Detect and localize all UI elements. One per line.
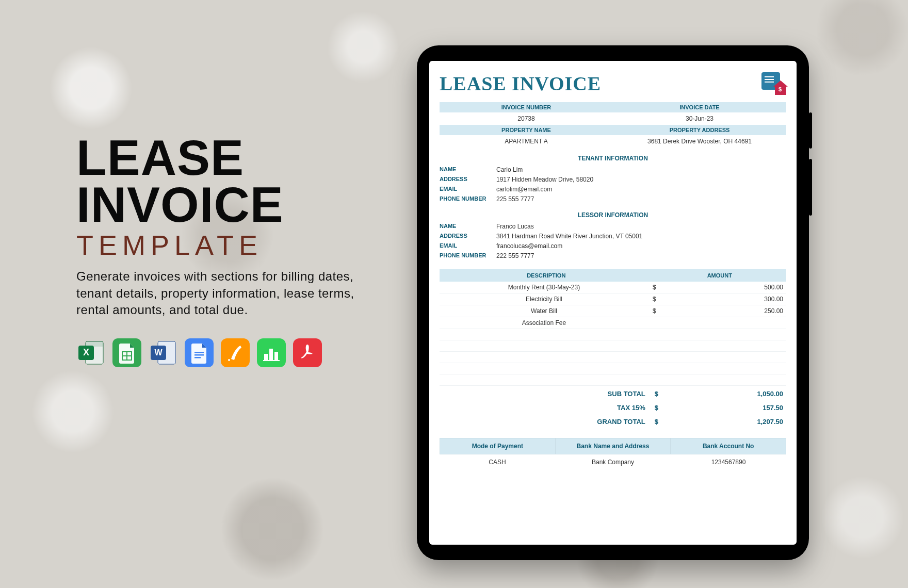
table-row	[440, 363, 786, 374]
item-amount: 300.00	[656, 296, 783, 303]
table-row: Electricity Bill$300.00	[440, 293, 786, 305]
table-row	[440, 340, 786, 352]
currency-symbol: $	[653, 307, 656, 315]
lessor-email: francolucas@email.com	[496, 242, 786, 250]
svg-rect-15	[264, 354, 268, 360]
lessor-address: 3841 Hardman Road White River Junction, …	[496, 233, 786, 240]
table-row	[440, 352, 786, 363]
tenant-phone-label: PHONE NUMBER	[440, 195, 496, 203]
apple-pages-icon	[221, 338, 250, 367]
property-address: 3681 Derek Drive Wooster, OH 44691	[613, 135, 786, 148]
property-name: APARTMENT A	[440, 135, 613, 148]
bank-account-label: Bank Account No	[671, 438, 786, 454]
item-amount: 250.00	[656, 307, 783, 315]
invoice-number-label: INVOICE NUMBER	[440, 102, 613, 112]
svg-rect-16	[269, 349, 273, 360]
item-desc: Electricity Bill	[440, 293, 648, 305]
totals-block: SUB TOTAL$1,050.00 TAX 15%$157.50 GRAND …	[440, 387, 786, 429]
grand-total-label: GRAND TOTAL	[440, 418, 651, 426]
hero-subtitle: TEMPLATE	[76, 229, 386, 261]
table-row	[440, 329, 786, 340]
invoice-doc-icon	[759, 72, 786, 95]
format-icon-row: X W	[76, 338, 386, 367]
description-header: DESCRIPTION	[440, 269, 653, 282]
table-row: Association Fee	[440, 317, 786, 329]
item-amount: 500.00	[656, 284, 783, 291]
invoice-date-label: INVOICE DATE	[613, 102, 786, 112]
tenant-phone: 225 555 7777	[496, 195, 786, 203]
apple-numbers-icon	[257, 338, 286, 367]
svg-text:X: X	[83, 347, 89, 357]
tablet-device: LEASE INVOICE INVOICE NUMBER 20738 INVOI…	[417, 45, 809, 560]
currency-symbol: $	[653, 284, 656, 291]
tenant-email: carlolim@email.com	[496, 186, 786, 193]
invoice-number: 20738	[440, 112, 613, 125]
lessor-name: Franco Lucas	[496, 223, 786, 230]
tenant-address: 1917 Hidden Meadow Drive, 58020	[496, 176, 786, 183]
payment-row: CASH Bank Company 1234567890	[440, 454, 786, 470]
property-address-label: PROPERTY ADDRESS	[613, 125, 786, 135]
item-desc: Association Fee	[440, 317, 648, 329]
table-row: Monthly Rent (30-May-23)$500.00	[440, 282, 786, 293]
hero-title-line1: LEASE	[76, 134, 386, 181]
svg-rect-11	[194, 352, 204, 353]
bank-account: 1234567890	[671, 454, 786, 470]
svg-rect-12	[194, 354, 204, 356]
tenant-section-title: TENANT INFORMATION	[440, 155, 786, 162]
document-title: LEASE INVOICE	[440, 72, 601, 95]
svg-rect-17	[274, 352, 278, 360]
tenant-name-label: NAME	[440, 166, 496, 173]
item-desc: Monthly Rent (30-May-23)	[440, 282, 648, 293]
svg-rect-13	[194, 357, 201, 358]
property-name-label: PROPERTY NAME	[440, 125, 613, 135]
lessor-name-label: NAME	[440, 223, 496, 230]
bank-name: Bank Company	[555, 454, 671, 470]
svg-text:W: W	[154, 348, 163, 357]
tenant-address-label: ADDRESS	[440, 176, 496, 183]
amount-header: AMOUNT	[653, 269, 786, 282]
hero-panel: LEASE INVOICE TEMPLATE Generate invoices…	[76, 134, 386, 367]
currency-symbol: $	[655, 390, 658, 398]
currency-symbol: $	[655, 418, 658, 426]
subtotal-label: SUB TOTAL	[440, 390, 651, 398]
svg-point-14	[228, 359, 230, 361]
tax-label: TAX 15%	[440, 404, 651, 412]
grand-total-value: 1,207.50	[658, 418, 783, 426]
mode-of-payment-label: Mode of Payment	[440, 438, 556, 454]
lessor-email-label: EMAIL	[440, 242, 496, 250]
tax-value: 157.50	[658, 404, 783, 412]
lessor-address-label: ADDRESS	[440, 233, 496, 240]
subtotal-value: 1,050.00	[658, 390, 783, 398]
word-icon: W	[149, 338, 177, 367]
currency-symbol: $	[653, 296, 656, 303]
tenant-name: Carlo Lim	[496, 166, 786, 173]
google-sheets-icon	[112, 338, 141, 367]
svg-rect-18	[263, 360, 280, 361]
bank-name-label: Bank Name and Address	[556, 438, 671, 454]
pdf-icon	[293, 338, 322, 367]
item-desc: Water Bill	[440, 305, 648, 317]
hero-description: Generate invoices with sections for bill…	[76, 268, 365, 318]
table-row	[440, 374, 786, 386]
table-row: Water Bill$250.00	[440, 305, 786, 317]
lessor-phone: 222 555 7777	[496, 252, 786, 259]
payment-header: Mode of Payment Bank Name and Address Ba…	[440, 438, 786, 454]
excel-icon: X	[76, 338, 105, 367]
line-items-header: DESCRIPTION AMOUNT	[440, 269, 786, 282]
google-docs-icon	[185, 338, 214, 367]
mode-of-payment: CASH	[440, 454, 555, 470]
hero-title-line2: INVOICE	[76, 181, 386, 228]
currency-symbol: $	[655, 404, 658, 412]
lessor-section-title: LESSOR INFORMATION	[440, 211, 786, 219]
invoice-date: 30-Jun-23	[613, 112, 786, 125]
tenant-email-label: EMAIL	[440, 186, 496, 193]
lessor-phone-label: PHONE NUMBER	[440, 252, 496, 259]
document-preview: LEASE INVOICE INVOICE NUMBER 20738 INVOI…	[429, 61, 797, 545]
